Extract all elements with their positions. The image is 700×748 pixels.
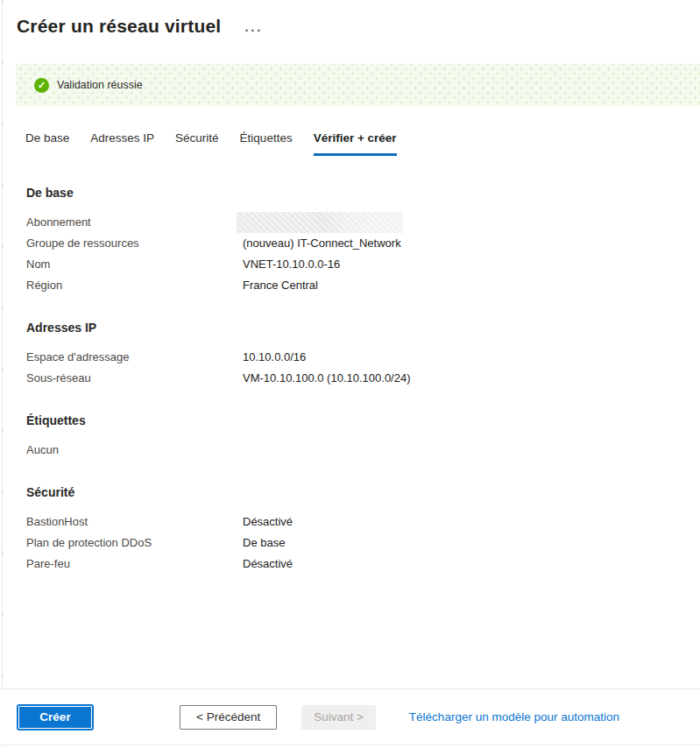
section-heading-de-base: De base <box>26 186 675 201</box>
row-label: Groupe de ressources <box>26 233 243 254</box>
row-label: Plan de protection DDoS <box>26 533 243 554</box>
row-value: Désactivé <box>243 554 293 575</box>
row-label: Abonnement <box>26 212 243 233</box>
row-value: De base <box>243 533 285 554</box>
blade-header: Créer un réseau virtuel ··· <box>17 16 263 37</box>
row-value: VM-10.10.100.0 (10.10.100.0/24) <box>243 368 411 389</box>
row-label: Aucun <box>26 440 243 461</box>
section-heading-etiquettes: Étiquettes <box>26 413 675 428</box>
section-securite: Sécurité BastionHost Désactivé Plan de p… <box>26 485 675 575</box>
row-aucun: Aucun <box>26 440 675 461</box>
row-label: Région <box>26 275 243 296</box>
section-heading-adresses-ip: Adresses IP <box>26 321 675 335</box>
section-heading-securite: Sécurité <box>26 485 675 500</box>
row-pare-feu: Pare-feu Désactivé <box>26 554 675 575</box>
row-nom: Nom VNET-10.10.0.0-16 <box>26 254 675 275</box>
row-sous-reseau: Sous-réseau VM-10.10.100.0 (10.10.100.0/… <box>26 368 675 389</box>
page-title: Créer un réseau virtuel <box>17 16 221 37</box>
row-value: VNET-10.10.0.0-16 <box>243 254 340 275</box>
section-etiquettes: Étiquettes Aucun <box>26 413 675 461</box>
review-summary: De base Abonnement Groupe de ressources … <box>26 186 675 575</box>
row-value: Désactivé <box>243 512 293 533</box>
validation-message: Validation réussie <box>57 79 143 91</box>
section-de-base: De base Abonnement Groupe de ressources … <box>26 186 675 296</box>
row-label: Sous-réseau <box>26 368 243 389</box>
footer-bar: Créer < Précédent Suivant > Télécharger … <box>0 688 700 745</box>
more-options-icon[interactable]: ··· <box>244 24 263 37</box>
success-check-icon: ✓ <box>34 78 49 93</box>
tab-etiquettes[interactable]: Étiquettes <box>240 131 293 156</box>
row-bastionhost: BastionHost Désactivé <box>26 512 675 533</box>
row-value <box>243 212 403 233</box>
tab-bar: De base Adresses IP Sécurité Étiquettes … <box>25 131 418 156</box>
create-button[interactable]: Créer <box>18 706 92 729</box>
tab-de-base[interactable]: De base <box>25 131 69 156</box>
next-button[interactable]: Suivant > <box>301 705 376 730</box>
row-value: France Central <box>243 275 318 296</box>
previous-button[interactable]: < Précédent <box>180 705 277 730</box>
row-label: Nom <box>26 254 243 275</box>
section-adresses-ip: Adresses IP Espace d'adressage 10.10.0.0… <box>26 321 675 389</box>
row-abonnement: Abonnement <box>26 212 675 233</box>
row-region: Région France Central <box>26 275 675 296</box>
row-label: Pare-feu <box>26 554 243 575</box>
row-groupe-de-ressources: Groupe de ressources (nouveau) IT-Connec… <box>26 233 675 254</box>
tab-adresses-ip[interactable]: Adresses IP <box>90 131 154 156</box>
tab-securite[interactable]: Sécurité <box>175 131 219 156</box>
panel-edge <box>2 0 3 748</box>
row-label: Espace d'adressage <box>26 347 243 368</box>
validation-banner: ✓ Validation réussie <box>16 64 700 106</box>
row-plan-protection-ddos: Plan de protection DDoS De base <box>26 533 675 554</box>
download-template-link[interactable]: Télécharger un modèle pour automation <box>409 710 619 723</box>
row-espace-adressage: Espace d'adressage 10.10.0.0/16 <box>26 347 675 368</box>
row-value: 10.10.0.0/16 <box>243 347 306 368</box>
create-virtual-network-blade: Créer un réseau virtuel ··· ✓ Validation… <box>0 0 700 748</box>
row-value: (nouveau) IT-Connect_Network <box>243 233 401 254</box>
redacted-subscription-value <box>237 212 403 233</box>
tab-verifier-creer[interactable]: Vérifier + créer <box>314 131 397 156</box>
row-label: BastionHost <box>26 512 243 533</box>
